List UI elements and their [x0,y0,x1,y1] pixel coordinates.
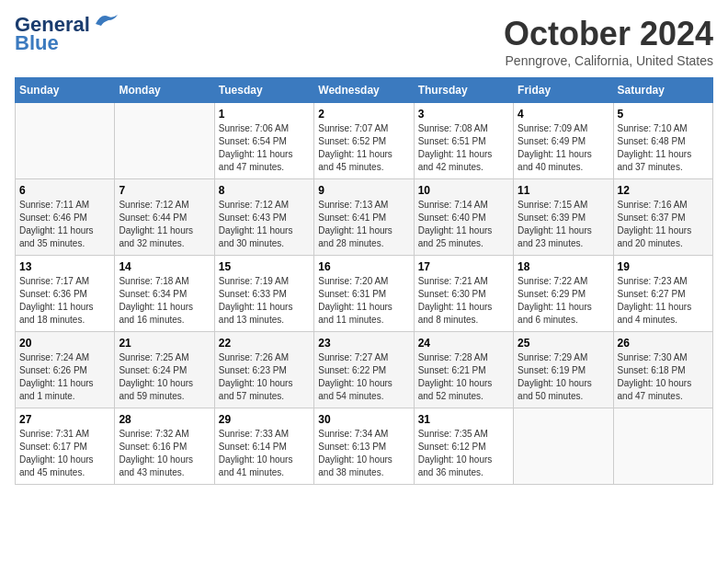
day-info: Sunrise: 7:17 AM Sunset: 6:36 PM Dayligh… [19,275,110,327]
day-info: Sunrise: 7:12 AM Sunset: 6:44 PM Dayligh… [119,199,210,250]
table-row: 2Sunrise: 7:07 AM Sunset: 6:52 PM Daylig… [314,103,414,179]
table-row: 10Sunrise: 7:14 AM Sunset: 6:40 PM Dayli… [414,179,513,256]
table-row: 20Sunrise: 7:24 AM Sunset: 6:26 PM Dayli… [16,332,115,408]
table-row: 9Sunrise: 7:13 AM Sunset: 6:41 PM Daylig… [314,179,414,256]
day-info: Sunrise: 7:15 AM Sunset: 6:39 PM Dayligh… [518,199,609,250]
day-info: Sunrise: 7:08 AM Sunset: 6:51 PM Dayligh… [418,122,509,174]
calendar-week-row: 6Sunrise: 7:11 AM Sunset: 6:46 PM Daylig… [16,179,713,256]
day-number: 28 [119,413,210,426]
table-row [514,408,613,485]
day-number: 3 [418,108,509,121]
calendar-week-row: 1Sunrise: 7:06 AM Sunset: 6:54 PM Daylig… [16,103,713,179]
table-row: 28Sunrise: 7:32 AM Sunset: 6:16 PM Dayli… [115,408,214,485]
table-row [613,408,712,485]
calendar-week-row: 20Sunrise: 7:24 AM Sunset: 6:26 PM Dayli… [16,332,713,408]
day-number: 26 [618,337,709,350]
table-row: 5Sunrise: 7:10 AM Sunset: 6:48 PM Daylig… [613,103,712,179]
table-row: 19Sunrise: 7:23 AM Sunset: 6:27 PM Dayli… [613,256,712,332]
calendar: Sunday Monday Tuesday Wednesday Thursday… [15,77,713,485]
day-info: Sunrise: 7:14 AM Sunset: 6:40 PM Dayligh… [418,199,509,250]
title-block: October 2024 Penngrove, California, Unit… [504,15,713,68]
day-info: Sunrise: 7:25 AM Sunset: 6:24 PM Dayligh… [119,351,210,403]
day-info: Sunrise: 7:30 AM Sunset: 6:18 PM Dayligh… [618,351,709,403]
day-number: 19 [618,260,709,273]
logo-blue: Blue [15,31,59,55]
day-number: 27 [19,413,110,426]
day-number: 18 [518,260,609,273]
day-info: Sunrise: 7:29 AM Sunset: 6:19 PM Dayligh… [518,351,609,403]
day-number: 17 [418,260,509,273]
day-number: 9 [318,184,409,197]
day-number: 30 [318,413,409,426]
calendar-week-row: 13Sunrise: 7:17 AM Sunset: 6:36 PM Dayli… [16,256,713,332]
table-row: 4Sunrise: 7:09 AM Sunset: 6:49 PM Daylig… [514,103,613,179]
day-info: Sunrise: 7:21 AM Sunset: 6:30 PM Dayligh… [418,275,509,327]
day-info: Sunrise: 7:23 AM Sunset: 6:27 PM Dayligh… [618,275,709,327]
day-number: 22 [219,337,310,350]
table-row: 26Sunrise: 7:30 AM Sunset: 6:18 PM Dayli… [613,332,712,408]
day-number: 7 [119,184,210,197]
day-info: Sunrise: 7:13 AM Sunset: 6:41 PM Dayligh… [318,199,409,250]
header-saturday: Saturday [613,78,712,103]
day-number: 20 [19,337,110,350]
table-row: 27Sunrise: 7:31 AM Sunset: 6:17 PM Dayli… [16,408,115,485]
day-info: Sunrise: 7:27 AM Sunset: 6:22 PM Dayligh… [318,351,409,403]
logo-bird-icon [94,11,119,28]
table-row: 22Sunrise: 7:26 AM Sunset: 6:23 PM Dayli… [214,332,313,408]
day-info: Sunrise: 7:26 AM Sunset: 6:23 PM Dayligh… [219,351,310,403]
day-number: 1 [219,108,310,121]
header-friday: Friday [514,78,613,103]
day-info: Sunrise: 7:07 AM Sunset: 6:52 PM Dayligh… [318,122,409,174]
day-info: Sunrise: 7:11 AM Sunset: 6:46 PM Dayligh… [19,199,110,250]
day-number: 21 [119,337,210,350]
table-row: 16Sunrise: 7:20 AM Sunset: 6:31 PM Dayli… [314,256,414,332]
day-info: Sunrise: 7:33 AM Sunset: 6:14 PM Dayligh… [219,428,310,479]
day-info: Sunrise: 7:34 AM Sunset: 6:13 PM Dayligh… [318,428,409,479]
day-info: Sunrise: 7:10 AM Sunset: 6:48 PM Dayligh… [618,122,709,174]
day-info: Sunrise: 7:19 AM Sunset: 6:33 PM Dayligh… [219,275,310,327]
header-thursday: Thursday [414,78,513,103]
day-number: 31 [418,413,509,426]
table-row [115,103,214,179]
day-number: 2 [318,108,409,121]
day-number: 29 [219,413,310,426]
table-row: 1Sunrise: 7:06 AM Sunset: 6:54 PM Daylig… [214,103,313,179]
table-row: 11Sunrise: 7:15 AM Sunset: 6:39 PM Dayli… [514,179,613,256]
day-info: Sunrise: 7:22 AM Sunset: 6:29 PM Dayligh… [518,275,609,327]
day-number: 25 [518,337,609,350]
day-info: Sunrise: 7:20 AM Sunset: 6:31 PM Dayligh… [318,275,409,327]
table-row: 31Sunrise: 7:35 AM Sunset: 6:12 PM Dayli… [414,408,513,485]
day-number: 6 [19,184,110,197]
page-header: General Blue October 2024 Penngrove, Cal… [15,15,713,68]
day-number: 24 [418,337,509,350]
table-row: 7Sunrise: 7:12 AM Sunset: 6:44 PM Daylig… [115,179,214,256]
day-number: 10 [418,184,509,197]
location: Penngrove, California, United States [504,53,713,68]
day-number: 4 [518,108,609,121]
day-info: Sunrise: 7:35 AM Sunset: 6:12 PM Dayligh… [418,428,509,479]
table-row: 13Sunrise: 7:17 AM Sunset: 6:36 PM Dayli… [16,256,115,332]
table-row: 25Sunrise: 7:29 AM Sunset: 6:19 PM Dayli… [514,332,613,408]
calendar-header-row: Sunday Monday Tuesday Wednesday Thursday… [16,78,713,103]
day-number: 13 [19,260,110,273]
header-sunday: Sunday [16,78,115,103]
table-row: 17Sunrise: 7:21 AM Sunset: 6:30 PM Dayli… [414,256,513,332]
table-row: 30Sunrise: 7:34 AM Sunset: 6:13 PM Dayli… [314,408,414,485]
table-row: 12Sunrise: 7:16 AM Sunset: 6:37 PM Dayli… [613,179,712,256]
table-row: 23Sunrise: 7:27 AM Sunset: 6:22 PM Dayli… [314,332,414,408]
table-row: 8Sunrise: 7:12 AM Sunset: 6:43 PM Daylig… [214,179,313,256]
day-number: 12 [618,184,709,197]
day-number: 11 [518,184,609,197]
table-row: 18Sunrise: 7:22 AM Sunset: 6:29 PM Dayli… [514,256,613,332]
day-info: Sunrise: 7:12 AM Sunset: 6:43 PM Dayligh… [219,199,310,250]
day-info: Sunrise: 7:28 AM Sunset: 6:21 PM Dayligh… [418,351,509,403]
day-info: Sunrise: 7:32 AM Sunset: 6:16 PM Dayligh… [119,428,210,479]
day-info: Sunrise: 7:06 AM Sunset: 6:54 PM Dayligh… [219,122,310,174]
table-row: 21Sunrise: 7:25 AM Sunset: 6:24 PM Dayli… [115,332,214,408]
day-number: 8 [219,184,310,197]
day-number: 15 [219,260,310,273]
table-row: 3Sunrise: 7:08 AM Sunset: 6:51 PM Daylig… [414,103,513,179]
day-number: 16 [318,260,409,273]
day-number: 5 [618,108,709,121]
header-tuesday: Tuesday [214,78,313,103]
